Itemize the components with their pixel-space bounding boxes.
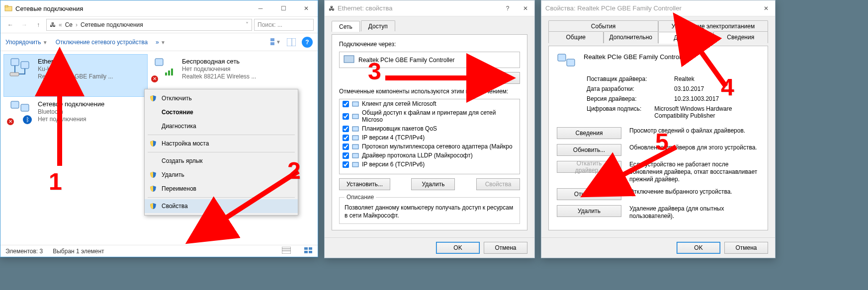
component-checkbox[interactable]	[343, 101, 349, 107]
wifi-adapter-icon: ✕	[153, 58, 177, 81]
connection-device: Нет подключения	[38, 116, 104, 123]
svg-rect-21	[309, 247, 312, 250]
maximize-button[interactable]: ☐	[272, 0, 295, 16]
connection-item[interactable]: Ethernet Ku-Ku Realtek PCIe GBE Family .…	[3, 54, 148, 97]
component-item[interactable]: Драйвер протокола LLDP (Майкрософт)	[340, 151, 520, 160]
organize-button[interactable]: Упорядочить ▼	[5, 39, 48, 46]
context-menu-item[interactable]: Настройка моста	[145, 137, 298, 150]
context-menu-item[interactable]: Удалить	[145, 168, 298, 182]
component-item[interactable]: Протокол мультиплексора сетевого адаптер…	[340, 142, 520, 151]
component-item[interactable]: Планировщик пакетов QoS	[340, 124, 520, 133]
cancel-button[interactable]: Отмена	[484, 242, 527, 254]
info-value: 03.10.2017	[674, 85, 704, 92]
cancel-button[interactable]: Отмена	[724, 242, 768, 254]
svg-rect-14	[171, 69, 173, 75]
back-button[interactable]: ←	[4, 19, 16, 31]
component-item[interactable]: Общий доступ к файлам и принтерам для се…	[340, 108, 520, 124]
details-view-button[interactable]	[282, 247, 291, 255]
connection-status: Bluetooth	[38, 108, 104, 115]
search-input[interactable]: Поиск: ...	[254, 19, 314, 31]
ethernet-properties-dialog: 🖧 Ethernet: свойства ? ✕ Сеть Доступ Под…	[324, 0, 535, 258]
component-label: Протокол мультиплексора сетевого адаптер…	[362, 143, 513, 150]
component-checkbox[interactable]	[343, 113, 349, 120]
tab-events[interactable]: События	[548, 20, 658, 32]
tab-details[interactable]: Сведения	[713, 31, 769, 43]
component-item[interactable]: IP версии 6 (TCP/IPv6)	[340, 160, 520, 169]
chevron-down-icon[interactable]: ˅	[246, 21, 249, 28]
properties-button[interactable]: Свойства	[476, 178, 520, 190]
driver-info: Поставщик драйвера:RealtekДата разработк…	[587, 75, 760, 119]
tab-driver[interactable]: Драйвер	[658, 32, 713, 44]
driver-action-button[interactable]: Удалить	[557, 205, 621, 217]
driver-action-button[interactable]: Обновить...	[557, 144, 621, 156]
svg-rect-25	[352, 102, 358, 106]
close-button[interactable]: ✕	[517, 0, 534, 16]
tab-access[interactable]: Доступ	[361, 20, 395, 31]
svg-rect-10	[10, 72, 19, 76]
driver-action-button[interactable]: Сведения	[557, 127, 621, 139]
connection-item[interactable]: ✕ ᛒ Сетевое подключение Bluetooth Нет по…	[3, 97, 148, 140]
component-checkbox[interactable]	[343, 135, 349, 141]
minimize-button[interactable]: ─	[249, 0, 272, 16]
uninstall-button[interactable]: Удалить	[411, 178, 455, 190]
tab-power[interactable]: Управление электропитанием	[658, 20, 768, 32]
close-button[interactable]: ✕	[295, 0, 318, 16]
icons-view-button[interactable]	[304, 247, 313, 255]
breadcrumb-leaf[interactable]: Сетевые подключения	[81, 21, 143, 28]
tab-strip: Сеть Доступ	[332, 20, 527, 31]
preview-pane-button[interactable]	[286, 37, 297, 48]
context-menu-item[interactable]: Диагностика	[145, 119, 298, 133]
svg-rect-15	[11, 101, 19, 108]
svg-rect-12	[165, 72, 167, 75]
disable-device-button[interactable]: Отключение сетевого устройства	[56, 39, 148, 46]
titlebar: Свойства: Realtek PCIe GBE Family Contro…	[541, 0, 775, 16]
svg-rect-17	[282, 247, 291, 254]
tab-strip: События Управление электропитанием Общие…	[548, 20, 768, 43]
window-title: Сетевые подключения	[15, 5, 249, 12]
connection-device: Realtek 8821AE Wireless ...	[182, 73, 256, 80]
address-bar[interactable]: 🖧 « Се › Сетевые подключения ˅	[46, 19, 252, 31]
ok-button[interactable]: OK	[677, 242, 720, 254]
help-button[interactable]: ?	[302, 37, 313, 48]
context-menu-item[interactable]: Свойства	[145, 199, 298, 213]
configure-button[interactable]: Настроить...	[471, 72, 520, 84]
driver-properties-dialog: Свойства: Realtek PCIe GBE Family Contro…	[541, 0, 776, 258]
driver-action-button[interactable]: Откатить драйвер...	[557, 161, 621, 173]
driver-action-button[interactable]: Отключить	[557, 188, 621, 200]
components-label: Отмеченные компоненты используются этим …	[339, 88, 520, 95]
component-checkbox[interactable]	[343, 161, 349, 168]
component-checkbox[interactable]	[343, 152, 349, 159]
tab-general[interactable]: Общие	[548, 31, 604, 43]
context-menu-item[interactable]: Переименов	[145, 182, 298, 196]
view-mode-button[interactable]: ▼	[270, 37, 281, 48]
dialog-footer: OK Отмена	[325, 237, 534, 258]
dialog-footer: OK Отмена	[541, 237, 775, 258]
component-checkbox[interactable]	[343, 126, 349, 132]
bluetooth-icon: ᛒ	[23, 115, 32, 124]
help-button[interactable]: ?	[499, 0, 517, 16]
ok-button[interactable]: OK	[436, 242, 480, 254]
overflow-button[interactable]: » ▼	[156, 39, 166, 46]
svg-rect-13	[168, 71, 170, 75]
component-checkbox[interactable]	[343, 144, 349, 150]
tab-advanced[interactable]: Дополнительно	[604, 31, 659, 43]
component-label: Общий доступ к файлам и принтерам для се…	[362, 109, 517, 123]
context-menu-item[interactable]: Отключить	[145, 91, 298, 105]
context-menu: ОтключитьСостояниеДиагностикаНастройка м…	[144, 89, 298, 216]
up-button[interactable]: ↑	[32, 19, 44, 31]
forward-button[interactable]: →	[18, 19, 30, 31]
component-list[interactable]: Клиент для сетей MicrosoftОбщий доступ к…	[339, 99, 520, 174]
svg-rect-22	[304, 251, 308, 253]
folder-icon	[4, 4, 12, 13]
device-name: Realtek PCIe GBE Family Controller	[584, 53, 688, 61]
close-button[interactable]: ✕	[757, 0, 775, 16]
component-item[interactable]: Клиент для сетей Microsoft	[340, 99, 520, 108]
nic-icon	[557, 53, 577, 71]
component-item[interactable]: IP версии 4 (TCP/IPv4)	[340, 133, 520, 142]
breadcrumb-root[interactable]: Се	[65, 21, 73, 28]
context-menu-item[interactable]: Создать ярлык	[145, 154, 298, 168]
context-menu-item[interactable]: Состояние	[145, 105, 298, 119]
install-button[interactable]: Установить...	[339, 178, 390, 190]
tab-network[interactable]: Сеть	[332, 21, 360, 32]
network-adapter-icon	[9, 58, 33, 81]
